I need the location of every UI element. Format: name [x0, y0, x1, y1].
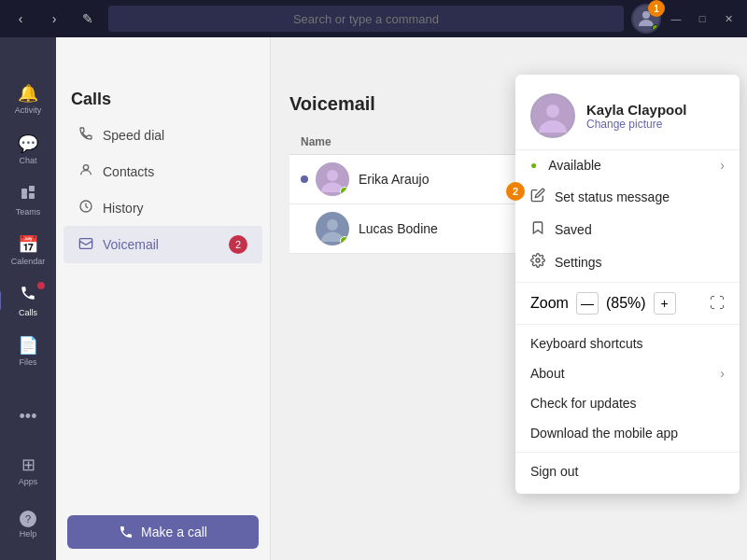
svg-point-14 [536, 259, 540, 262]
svg-point-5 [83, 165, 88, 170]
saved-icon [530, 220, 545, 238]
dropdown-divider-1 [515, 282, 740, 283]
avatar-lucas [316, 212, 349, 245]
dropdown-username: Kayla Claypool [586, 102, 687, 118]
dropdown-set-status[interactable]: Set status message [515, 180, 740, 213]
sidebar-item-calendar[interactable]: 📅 Calendar [6, 226, 50, 274]
help-icon: ? [20, 511, 36, 527]
dropdown-keyboard-shortcuts[interactable]: Keyboard shortcuts [515, 329, 740, 358]
change-picture-link[interactable]: Change picture [586, 118, 687, 131]
avatar-erika [316, 162, 349, 196]
history-icon [78, 199, 93, 217]
dropdown-user-info: Kayla Claypool Change picture [586, 102, 687, 131]
search-bar[interactable] [108, 6, 624, 32]
dropdown-download-mobile[interactable]: Download the mobile app [515, 418, 740, 448]
zoom-value: (85%) [606, 295, 646, 312]
zoom-label: Zoom [530, 295, 569, 312]
voicemail-icon [78, 236, 93, 254]
sidebar-bottom: ••• ⊞ Apps ? Help [6, 392, 50, 551]
menu-item-contacts[interactable]: Contacts [63, 153, 262, 189]
make-call-button[interactable]: Make a call [67, 515, 259, 549]
check-updates-label: Check for updates [530, 396, 637, 411]
dropdown-divider-3 [515, 452, 740, 453]
svg-rect-7 [79, 238, 92, 248]
more-icon: ••• [20, 407, 37, 427]
zoom-minus-button[interactable]: — [576, 292, 599, 315]
title-bar: ‹ › ✎ 1 — □ ✕ [0, 0, 747, 37]
left-panel-footer: Make a call [56, 504, 270, 560]
keyboard-label: Keyboard shortcuts [530, 336, 643, 351]
sidebar-item-activity[interactable]: 🔔 Activity [6, 75, 50, 123]
sidebar-label-help: Help [20, 529, 37, 539]
sidebar-label-teams: Teams [16, 207, 41, 217]
activity-icon: 🔔 [18, 83, 38, 104]
make-call-label: Make a call [141, 525, 207, 539]
sidebar-label-activity: Activity [15, 105, 42, 115]
menu-item-speed-dial[interactable]: Speed dial [63, 117, 262, 153]
teams-icon [20, 184, 36, 205]
edit-icon[interactable]: ✎ [75, 6, 101, 32]
left-panel: Calls Speed dial Contacts [56, 37, 271, 560]
dropdown-sign-out[interactable]: Sign out [515, 456, 740, 486]
sign-out-label: Sign out [530, 464, 578, 479]
calls-icon [20, 285, 36, 306]
status-indicator [652, 24, 659, 32]
title-bar-left: ‹ › ✎ [0, 6, 101, 32]
search-input[interactable] [108, 12, 624, 26]
sidebar-item-chat[interactable]: 💬 Chat [6, 125, 50, 174]
zoom-fullscreen-icon[interactable]: ⛶ [710, 295, 725, 312]
svg-point-11 [327, 219, 338, 231]
menu-label-speed-dial: Speed dial [103, 128, 164, 143]
sidebar-item-help[interactable]: ? Help [6, 500, 50, 549]
profile-button[interactable]: 1 [631, 4, 661, 34]
speed-dial-icon [78, 126, 93, 144]
zoom-row: Zoom — (85%) + ⛶ [515, 287, 740, 320]
forward-button[interactable]: › [41, 6, 67, 32]
dropdown-check-updates[interactable]: Check for updates [515, 388, 740, 418]
sidebar-label-files: Files [19, 357, 36, 367]
svg-rect-2 [29, 186, 35, 191]
sidebar-label-apps: Apps [19, 477, 38, 486]
voicemail-badge: 2 [229, 235, 247, 254]
dropdown-about[interactable]: About › [515, 358, 740, 388]
status-chevron-icon: › [720, 158, 725, 173]
svg-point-9 [327, 170, 338, 181]
menu-item-history[interactable]: History [63, 189, 262, 226]
menu-item-voicemail[interactable]: Voicemail 2 [63, 226, 262, 263]
sidebar: 🔔 Activity 💬 Chat Teams 📅 Calendar [0, 37, 56, 560]
minimize-button[interactable]: — [665, 7, 687, 30]
app-container: 🔔 Activity 💬 Chat Teams 📅 Calendar [0, 37, 747, 560]
sidebar-label-calls: Calls [19, 308, 37, 317]
files-icon: 📄 [18, 335, 38, 356]
unread-indicator-2 [301, 225, 308, 232]
set-status-icon [530, 188, 545, 205]
dropdown-saved[interactable]: Saved [515, 213, 740, 245]
maximize-button[interactable]: □ [691, 7, 713, 30]
sidebar-label-calendar: Calendar [11, 257, 46, 266]
sidebar-item-calls[interactable]: Calls [6, 276, 50, 325]
unread-indicator [301, 175, 308, 183]
zoom-plus-button[interactable]: + [654, 292, 676, 315]
settings-icon [530, 253, 545, 271]
menu-label-contacts: Contacts [103, 164, 154, 179]
dropdown-avatar [530, 93, 575, 138]
dropdown-status[interactable]: ● Available › [515, 150, 740, 180]
back-button[interactable]: ‹ [7, 6, 34, 32]
sidebar-label-chat: Chat [19, 156, 36, 165]
sidebar-item-apps[interactable]: ⊞ Apps [6, 446, 50, 495]
about-label: About [530, 366, 565, 381]
available-dot-lucas [340, 236, 349, 245]
dropdown-divider-2 [515, 324, 740, 325]
close-button[interactable]: ✕ [717, 7, 740, 30]
dropdown-settings[interactable]: Settings [515, 245, 740, 278]
sidebar-item-more[interactable]: ••• [6, 392, 50, 441]
set-status-label: Set status message [555, 189, 669, 204]
sidebar-item-teams[interactable]: Teams [6, 175, 50, 224]
available-dot-erika [340, 187, 349, 196]
sidebar-item-files[interactable]: 📄 Files [6, 327, 50, 375]
download-mobile-label: Download the mobile app [530, 426, 678, 441]
profile-badge: 1 [648, 0, 665, 17]
main-content: Voicemail Name Duration Erika Araujo 17s [271, 37, 747, 560]
status-dot-icon: ● [530, 159, 537, 172]
saved-label: Saved [555, 222, 592, 237]
